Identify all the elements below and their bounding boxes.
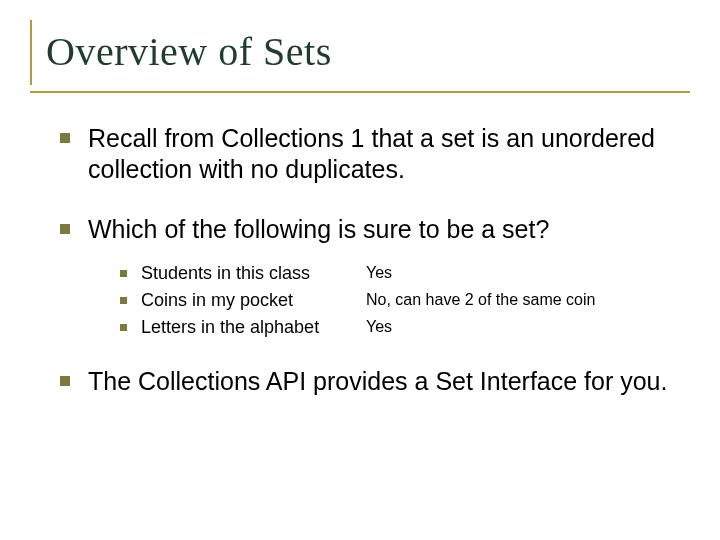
answer-text: No, can have 2 of the same coin (366, 291, 595, 309)
bullet-icon (120, 297, 127, 304)
bullet-icon (60, 133, 70, 143)
bullet-icon (60, 224, 70, 234)
bullet-icon (60, 376, 70, 386)
sub-bullet-list: Students in this class Yes Coins in my p… (120, 263, 680, 338)
bullet-text: The Collections API provides a Set Inter… (88, 366, 667, 397)
slide-title: Overview of Sets (46, 28, 690, 75)
sub-bullet-text: Coins in my pocket (141, 290, 356, 311)
bullet-item: Which of the following is sure to be a s… (60, 214, 680, 245)
sub-bullet-text: Letters in the alphabet (141, 317, 356, 338)
bullet-text: Recall from Collections 1 that a set is … (88, 123, 680, 186)
sub-bullet-item: Students in this class Yes (120, 263, 680, 284)
content-area: Recall from Collections 1 that a set is … (30, 93, 690, 397)
answer-text: Yes (366, 264, 392, 282)
sub-bullet-item: Coins in my pocket No, can have 2 of the… (120, 290, 680, 311)
sub-bullet-item: Letters in the alphabet Yes (120, 317, 680, 338)
bullet-text: Which of the following is sure to be a s… (88, 214, 549, 245)
answer-text: Yes (366, 318, 392, 336)
sub-bullet-text: Students in this class (141, 263, 356, 284)
bullet-icon (120, 270, 127, 277)
bullet-item: The Collections API provides a Set Inter… (60, 366, 680, 397)
bullet-icon (120, 324, 127, 331)
bullet-item: Recall from Collections 1 that a set is … (60, 123, 680, 186)
slide: Overview of Sets Recall from Collections… (0, 0, 720, 455)
title-container: Overview of Sets (30, 20, 690, 85)
